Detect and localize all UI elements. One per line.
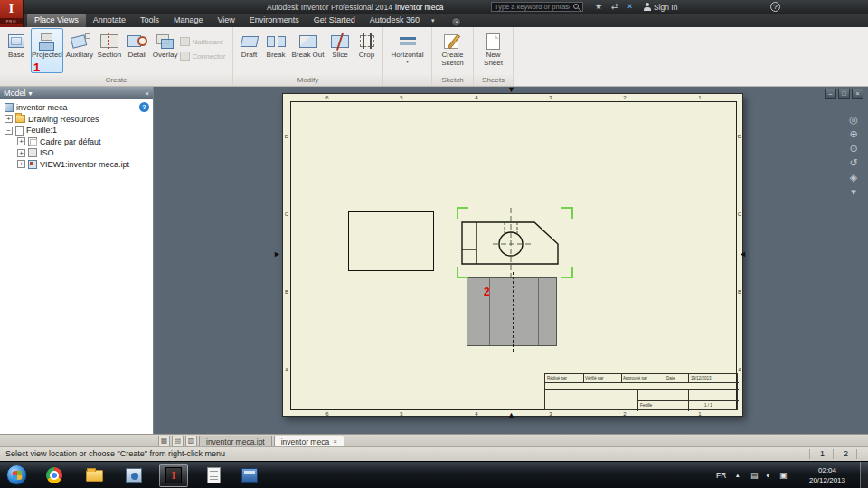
ribbon-tab-bar: Place Views Annotate Tools Manage View E… <box>0 14 868 27</box>
hidden-icons-chevron-icon[interactable]: ▴ <box>736 471 740 480</box>
clock-date: 20/12/2013 <box>801 475 854 485</box>
overlay-button[interactable]: Overlay <box>152 28 179 73</box>
favorites-star-icon[interactable]: ★ <box>595 2 602 12</box>
tab-place-views[interactable]: Place Views <box>27 14 86 27</box>
taskbar-media-button[interactable] <box>119 464 148 487</box>
selection-bracket-icon <box>561 207 573 219</box>
document-window-controls: – □ × <box>825 89 863 99</box>
collapse-minus-icon[interactable]: − <box>5 127 13 135</box>
doc-restore-icon[interactable]: □ <box>838 89 850 99</box>
section-button[interactable]: Section <box>96 28 123 73</box>
horizontal-button[interactable]: Horizontal ▾ <box>387 28 428 73</box>
tree-item-drawing-resources[interactable]: + Drawing Resources <box>0 114 153 126</box>
front-view-drawing[interactable] <box>453 206 575 282</box>
browser-header[interactable]: Model ▾ × <box>0 87 153 99</box>
exchange-icon[interactable]: ⇄ <box>611 2 618 12</box>
drawing-sheet[interactable]: 6 5 4 3 2 1 6 5 4 3 2 1 D C B A D C B A … <box>282 93 743 417</box>
base-button[interactable]: Base <box>4 28 29 73</box>
windows-flag-icon <box>12 470 22 480</box>
tree-item-view1[interactable]: + VIEW1:inventor meca.ipt <box>0 159 153 171</box>
clock-time: 02:04 <box>801 465 854 475</box>
slice-button[interactable]: Slice <box>327 28 353 73</box>
show-desktop-button[interactable] <box>860 462 868 488</box>
new-sheet-button[interactable]: New Sheet <box>477 28 509 73</box>
crop-button[interactable]: Crop <box>354 28 379 73</box>
tray-volume-icon[interactable]: ▣ <box>779 471 788 480</box>
draft-icon <box>238 33 261 51</box>
orbit-icon[interactable]: ↺ <box>849 158 857 168</box>
title-block-label: Feuille <box>640 403 652 408</box>
browser-dropdown-icon[interactable]: ▾ <box>29 89 33 98</box>
ribbon-group-sheets: New Sheet Sheets <box>474 27 514 86</box>
taskbar-document-button[interactable] <box>199 464 228 487</box>
tab-get-started[interactable]: Get Started <box>307 14 363 27</box>
expand-plus-icon[interactable]: + <box>17 149 25 157</box>
view-edge-line <box>538 278 539 345</box>
zoom-icon[interactable]: ⊙ <box>849 144 857 154</box>
search-input[interactable] <box>491 2 583 12</box>
taskbar-explorer-button[interactable] <box>80 464 108 487</box>
sign-in-button[interactable]: Sign In <box>644 2 677 12</box>
taskbar-chrome-button[interactable] <box>40 464 69 487</box>
tab-autodesk-360[interactable]: Autodesk 360 <box>363 14 427 27</box>
doc-minimize-icon[interactable]: – <box>825 89 836 99</box>
center-mark-bottom-icon: ▲ <box>507 411 515 419</box>
ribbon-group-modify: Draft Break Break Out Slice Crop Modify <box>233 27 383 86</box>
tree-item-document[interactable]: inventor meca <box>0 102 153 114</box>
tree-item-sheet[interactable]: − Feuille:1 <box>0 125 153 136</box>
tab-view[interactable]: View <box>210 14 241 27</box>
browser-close-icon[interactable]: × <box>145 89 149 98</box>
tree-item-default-border[interactable]: + Cadre par défaut <box>0 136 153 148</box>
browser-help-icon[interactable]: ? <box>139 102 149 112</box>
sheet-icon <box>15 126 24 136</box>
expand-plus-icon[interactable]: + <box>17 137 25 145</box>
doc-close-icon[interactable]: × <box>852 89 863 99</box>
cascade-views-icon[interactable]: ▧ <box>185 436 197 446</box>
break-out-button[interactable]: Break Out <box>290 28 326 73</box>
title-block-icon <box>28 148 37 157</box>
centerline <box>513 272 514 352</box>
tab-annotate[interactable]: Annotate <box>86 14 133 27</box>
projected-view-preview[interactable] <box>467 277 557 346</box>
tray-icon-1[interactable]: ▤ <box>750 471 759 480</box>
group-label-create: Create <box>0 75 232 86</box>
tray-icon-2[interactable]: ◖ <box>765 471 769 480</box>
detail-button[interactable]: Detail <box>125 28 150 73</box>
search-icon[interactable] <box>573 4 579 9</box>
new-sheet-icon <box>482 33 505 51</box>
tree-item-iso[interactable]: + ISO <box>0 147 153 159</box>
tile-views-icon[interactable]: ▤ <box>172 436 184 446</box>
expand-plus-icon[interactable]: + <box>5 115 13 123</box>
rectangle-view[interactable] <box>348 211 434 271</box>
dropdown-icon[interactable]: ▾ <box>388 60 427 64</box>
auxiliary-button[interactable]: Auxiliary <box>65 28 94 73</box>
taskbar-window-button[interactable] <box>235 464 264 487</box>
browser-title: Model <box>4 89 26 98</box>
zone-label: 3 <box>546 410 555 418</box>
navbar-more-icon[interactable]: ▾ <box>851 187 856 197</box>
draft-button[interactable]: Draft <box>237 28 261 73</box>
border-icon <box>28 137 37 146</box>
center-mark-left-icon: ► <box>273 250 281 258</box>
expand-plus-icon[interactable]: + <box>17 160 25 168</box>
help-icon[interactable]: ? <box>770 2 780 12</box>
steering-wheel-icon[interactable]: ◎ <box>849 115 858 125</box>
look-at-icon[interactable]: ◈ <box>850 173 857 183</box>
ribbon-minimize-icon[interactable]: ▴ <box>451 17 461 27</box>
infocenter-x-icon[interactable]: × <box>627 2 632 12</box>
arrange-views-icon[interactable]: ▦ <box>158 436 170 446</box>
tab-tools[interactable]: Tools <box>133 14 166 27</box>
zone-label: A <box>282 366 291 373</box>
break-button[interactable]: Break <box>263 28 288 73</box>
language-indicator[interactable]: FR <box>716 471 726 480</box>
chevron-down-icon[interactable]: ▾ <box>427 14 439 27</box>
pan-icon[interactable]: ⊕ <box>849 129 857 139</box>
start-button[interactable] <box>6 465 27 485</box>
zone-label: 4 <box>472 410 481 418</box>
create-sketch-button[interactable]: Create Sketch <box>436 28 469 73</box>
taskbar-inventor-button[interactable]: I <box>159 464 188 487</box>
tab-environments[interactable]: Environments <box>242 14 307 27</box>
window-icon <box>241 468 258 483</box>
taskbar-clock[interactable]: 02:04 20/12/2013 <box>801 465 854 485</box>
tab-manage[interactable]: Manage <box>166 14 211 27</box>
